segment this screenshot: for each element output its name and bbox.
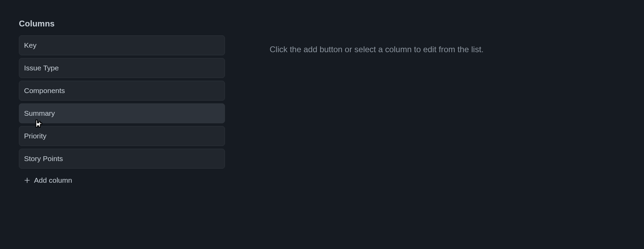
column-item-components[interactable]: Components — [19, 81, 225, 101]
column-item-label: Story Points — [24, 155, 63, 162]
add-column-label: Add column — [34, 176, 72, 184]
column-list: Key Issue Type Components Summary Priori… — [19, 35, 225, 169]
plus-icon — [24, 177, 31, 184]
column-item-label: Priority — [24, 132, 46, 140]
column-item-summary[interactable]: Summary — [19, 103, 225, 123]
columns-panel: Columns Key Issue Type Components Summar… — [19, 19, 225, 189]
column-item-label: Components — [24, 87, 65, 94]
column-item-label: Summary — [24, 109, 55, 117]
columns-heading: Columns — [19, 19, 225, 29]
column-item-story-points[interactable]: Story Points — [19, 149, 225, 169]
add-column-button[interactable]: Add column — [19, 171, 77, 189]
detail-panel: Click the add button or select a column … — [270, 19, 625, 189]
column-item-label: Key — [24, 41, 36, 49]
column-item-label: Issue Type — [24, 64, 59, 72]
column-item-issue-type[interactable]: Issue Type — [19, 58, 225, 78]
column-item-priority[interactable]: Priority — [19, 126, 225, 146]
detail-hint: Click the add button or select a column … — [270, 45, 625, 54]
column-item-key[interactable]: Key — [19, 35, 225, 55]
